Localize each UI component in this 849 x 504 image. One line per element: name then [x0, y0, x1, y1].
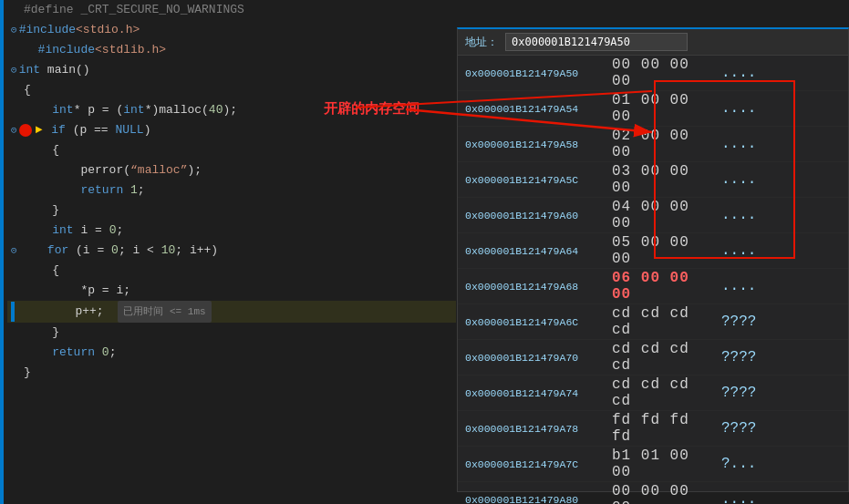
memory-panel: 地址： 0x000001B121479A50 00 00 00 00 .... … [457, 27, 849, 492]
mem-addr-11: 0x000001B121479A7C [458, 458, 608, 470]
fold-icon-for[interactable]: ⊝ [11, 241, 17, 261]
code-line-brace2: { [7, 140, 456, 160]
mem-bytes-8: cd cd cd cd [608, 341, 718, 374]
code-line-define: #define _CRT_SECURE_NO_WARNINGS [7, 0, 456, 20]
mem-ascii-2: .... [718, 136, 760, 152]
code-line-for: ⊝ for (i = 0 ; i < 10 ; i++) [7, 241, 456, 261]
memory-row-5: 0x000001B121479A64 05 00 00 00 .... [458, 233, 848, 269]
time-badge: 已用时间 <= 1ms [118, 301, 211, 323]
code-line-return1: return 1 ; [7, 180, 456, 201]
memory-row-10: 0x000001B121479A78 fd fd fd fd ???? [458, 411, 848, 447]
code-line-int-i: int i = 0 ; [7, 221, 456, 241]
mem-addr-3: 0x000001B121479A5C [458, 174, 608, 186]
memory-row-2: 0x000001B121479A58 02 00 00 00 .... [458, 127, 848, 162]
memory-row-8: 0x000001B121479A70 cd cd cd cd ???? [458, 340, 848, 375]
mem-addr-12: 0x000001B121479A80 [458, 494, 608, 505]
mem-addr-2: 0x000001B121479A58 [458, 139, 608, 150]
memory-row-7: 0x000001B121479A6C cd cd cd cd ???? [458, 304, 848, 340]
mem-addr-9: 0x000001B121479A74 [458, 387, 608, 399]
code-line-return0: return 0 ; [7, 343, 456, 363]
memory-row-3: 0x000001B121479A5C 03 00 00 00 .... [458, 162, 848, 198]
mem-bytes-0: 00 00 00 00 [608, 57, 718, 89]
mem-ascii-10: ???? [718, 420, 760, 437]
mem-bytes-2: 02 00 00 00 [608, 128, 718, 160]
mem-bytes-4: 04 00 00 00 [608, 199, 718, 231]
code-line-perror: perror( “malloc” ); [7, 160, 456, 180]
code-line-stdio: ⊝ #include<stdio.h> [7, 20, 456, 40]
mem-bytes-5: 05 00 00 00 [608, 234, 718, 267]
memory-body: 0x000001B121479A50 00 00 00 00 .... 0x00… [458, 56, 848, 504]
mem-ascii-7: ???? [718, 314, 760, 330]
memory-row-1: 0x000001B121479A54 01 00 00 00 .... [458, 91, 848, 127]
mem-bytes-7: cd cd cd cd [608, 305, 718, 338]
memory-row-0: 0x000001B121479A50 00 00 00 00 .... [458, 56, 848, 91]
fold-icon-stdio[interactable]: ⊝ [11, 20, 17, 40]
mem-bytes-10: fd fd fd fd [608, 412, 718, 445]
code-line-brace-main-close: } [7, 363, 456, 383]
code-line-p-plus: p++; 已用时间 <= 1ms [7, 301, 456, 323]
mem-ascii-6: .... [718, 278, 760, 294]
memory-row-4: 0x000001B121479A60 04 00 00 00 .... [458, 198, 848, 233]
mem-addr-5: 0x000001B121479A64 [458, 245, 608, 257]
mem-ascii-3: .... [718, 171, 760, 188]
mem-ascii-8: ???? [718, 349, 760, 365]
code-line-brace4: { [7, 261, 456, 281]
address-label: 地址： [465, 35, 498, 50]
annotation-text: 开辟的内存空间 [324, 100, 419, 118]
mem-addr-1: 0x000001B121479A54 [458, 103, 608, 115]
code-line-brace5: } [7, 323, 456, 343]
memory-header: 地址： [458, 29, 848, 56]
mem-bytes-9: cd cd cd cd [608, 376, 718, 409]
code-line-star-p: *p = i; [7, 281, 456, 301]
mem-ascii-11: ?... [718, 456, 760, 472]
code-line-brace3: } [7, 201, 456, 221]
mem-ascii-5: .... [718, 242, 760, 259]
execution-arrow: ► [36, 120, 43, 140]
mem-addr-4: 0x000001B121479A60 [458, 210, 608, 221]
memory-row-12: 0x000001B121479A80 00 00 00 00 .... [458, 482, 848, 504]
mem-addr-7: 0x000001B121479A6C [458, 316, 608, 328]
mem-bytes-1: 01 00 00 00 [608, 92, 718, 125]
mem-ascii-1: .... [718, 100, 760, 117]
code-line-main: ⊝ int main() [7, 60, 456, 80]
code-editor: #define _CRT_SECURE_NO_WARNINGS ⊝ #inclu… [0, 0, 456, 504]
mem-ascii-0: .... [718, 65, 760, 81]
mem-ascii-4: .... [718, 207, 760, 223]
breakpoint-indicator [19, 124, 32, 137]
fold-icon-if[interactable]: ⊝ [11, 120, 17, 140]
define-text: #define _CRT_SECURE_NO_WARNINGS [24, 0, 244, 20]
memory-row-9: 0x000001B121479A74 cd cd cd cd ???? [458, 375, 848, 411]
code-line-stdlib: #include<stdlib.h> [7, 40, 456, 60]
mem-bytes-11: b1 01 00 00 [608, 447, 718, 480]
mem-ascii-9: ???? [718, 385, 760, 401]
mem-bytes-3: 03 00 00 00 [608, 163, 718, 196]
code-line-brace1: { [7, 80, 456, 100]
mem-addr-10: 0x000001B121479A78 [458, 423, 608, 435]
mem-ascii-12: .... [718, 491, 760, 504]
memory-row-11: 0x000001B121479A7C b1 01 00 00 ?... [458, 447, 848, 482]
mem-bytes-6: 06 00 00 00 [608, 270, 718, 303]
code-line-if: ⊝ ► if (p == NULL ) [7, 120, 456, 140]
mem-addr-0: 0x000001B121479A50 [458, 67, 608, 79]
code-content: #define _CRT_SECURE_NO_WARNINGS ⊝ #inclu… [0, 0, 456, 383]
fold-icon-main[interactable]: ⊝ [11, 60, 17, 80]
mem-bytes-12: 00 00 00 00 [608, 483, 718, 504]
memory-address-input[interactable] [505, 33, 688, 51]
editor-left-bar [0, 0, 4, 504]
mem-addr-8: 0x000001B121479A70 [458, 352, 608, 364]
memory-row-6: 0x000001B121479A68 06 00 00 00 .... [458, 269, 848, 304]
mem-addr-6: 0x000001B121479A68 [458, 281, 608, 293]
